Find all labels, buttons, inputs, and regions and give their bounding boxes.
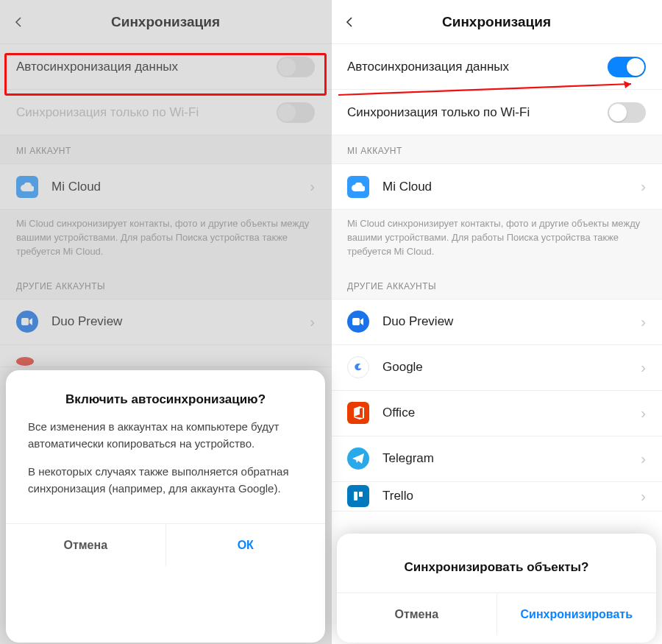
section-mi-account: MI АККАУНТ [331,135,662,164]
trello-row[interactable]: Trello › [331,482,662,512]
section-other-accounts: ДРУГИЕ АККАУНТЫ [0,271,331,300]
micloud-icon [347,176,369,198]
page-title: Синхронизация [0,14,331,30]
svg-rect-0 [21,318,29,325]
svg-rect-3 [352,318,360,325]
wifi-sync-row[interactable]: Синхронизация только по Wi-Fi [331,90,662,135]
screen-divider [331,0,332,644]
chevron-left-icon [13,16,24,28]
autosync-row[interactable]: Автосинхронизация данных [331,44,662,90]
chevron-right-icon: › [641,488,646,505]
dialog-paragraph-2: В некоторых случаях также выполняется об… [28,464,303,497]
dialog-paragraph-1: Все изменения в аккаунтах на компьютере … [28,419,303,452]
dialog-title: Включить автосинхронизацию? [6,388,325,419]
cancel-button[interactable]: Отмена [337,593,497,635]
autosync-label: Автосинхронизация данных [16,60,277,74]
right-screen: Синхронизация Автосинхронизация данных С… [331,0,662,644]
micloud-label: Mi Cloud [382,180,641,194]
duo-row[interactable]: Duo Preview › [0,300,331,345]
micloud-row[interactable]: Mi Cloud › [0,164,331,210]
chevron-left-icon [344,16,355,28]
wifi-sync-label: Синхронизация только по Wi-Fi [347,105,608,120]
wifi-sync-toggle [277,102,315,123]
office-icon [347,402,369,424]
duo-icon [347,311,369,333]
back-button[interactable] [331,0,368,44]
wifi-sync-toggle[interactable] [608,102,646,123]
autosync-row[interactable]: Автосинхронизация данных [0,44,331,90]
micloud-description: Mi Cloud синхронизирует контакты, фото и… [331,210,662,271]
header: Синхронизация [331,0,662,44]
chevron-right-icon: › [641,178,646,195]
wifi-sync-label: Синхронизация только по Wi-Fi [16,105,277,120]
micloud-icon [16,176,38,198]
office-label: Office [382,406,641,420]
dialog-buttons: Отмена ОК [6,523,325,566]
left-screen: Синхронизация Автосинхронизация данных С… [0,0,331,644]
sync-objects-dialog: Синхронизировать объекты? Отмена Синхрон… [337,534,656,643]
google-icon [347,356,369,378]
micloud-row[interactable]: Mi Cloud › [331,164,662,210]
autosync-dialog: Включить автосинхронизацию? Все изменени… [6,370,325,643]
chevron-right-icon: › [641,314,646,330]
google-row[interactable]: Google › [331,345,662,391]
dialog-title: Синхронизировать объекты? [337,551,656,592]
telegram-row[interactable]: Telegram › [331,436,662,482]
chevron-right-icon: › [641,359,646,376]
chevron-right-icon: › [310,314,315,330]
back-button[interactable] [0,0,37,44]
trello-icon [347,485,369,507]
google-label: Google [382,360,641,375]
dialog-body: Все изменения в аккаунтах на компьютере … [6,419,325,523]
chevron-right-icon: › [310,178,315,195]
page-title: Синхронизация [331,14,662,30]
autosync-toggle[interactable] [608,57,646,77]
svg-rect-5 [359,492,363,497]
telegram-label: Telegram [382,451,641,466]
chevron-right-icon: › [641,450,646,467]
autosync-label: Автосинхронизация данных [347,60,608,74]
autosync-toggle[interactable] [277,57,315,77]
telegram-icon [347,447,369,470]
section-mi-account: MI АККАУНТ [0,135,331,164]
sync-button[interactable]: Синхронизировать [497,593,657,635]
duo-label: Duo Preview [51,314,310,329]
section-other-accounts: ДРУГИЕ АККАУНТЫ [331,271,662,300]
micloud-description: Mi Cloud синхронизирует контакты, фото и… [0,210,331,271]
partial-row[interactable] [0,345,331,367]
cancel-button[interactable]: Отмена [6,524,166,566]
duo-icon [16,311,38,333]
wifi-sync-row: Синхронизация только по Wi-Fi [0,90,331,135]
partial-icon [16,357,34,366]
header: Синхронизация [0,0,331,44]
duo-row[interactable]: Duo Preview › [331,300,662,345]
duo-label: Duo Preview [382,314,641,329]
trello-label: Trello [382,489,641,503]
dialog-buttons: Отмена Синхронизировать [337,592,656,635]
office-row[interactable]: Office › [331,391,662,436]
micloud-label: Mi Cloud [51,180,310,194]
ok-button[interactable]: ОК [166,524,326,566]
chevron-right-icon: › [641,405,646,422]
svg-rect-4 [354,492,357,500]
